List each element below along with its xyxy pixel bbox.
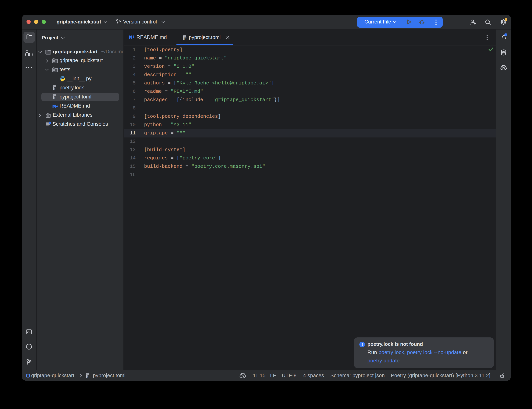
svg-text:[T]: [T] xyxy=(54,97,58,100)
svg-text:[T]: [T] xyxy=(87,375,91,378)
svg-text:[T]: [T] xyxy=(184,37,188,40)
svg-text:[T]: [T] xyxy=(54,88,58,91)
